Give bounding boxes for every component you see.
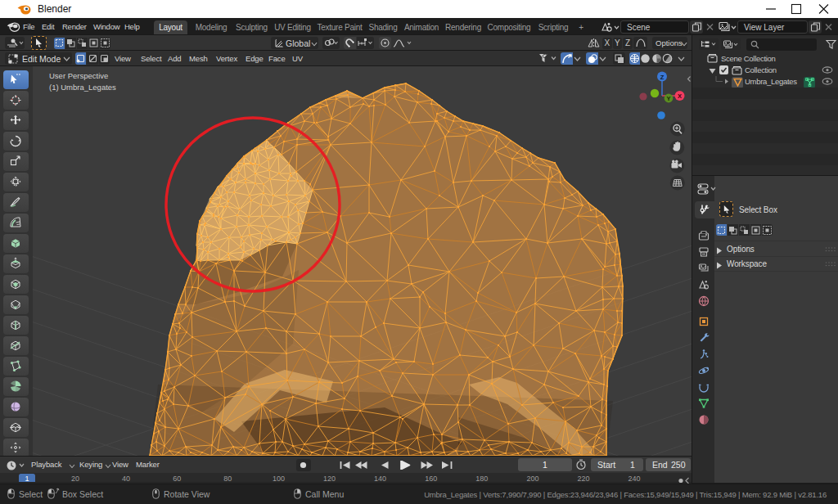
svg-text:Z: Z (660, 74, 665, 81)
svg-text:X: X (678, 92, 682, 100)
svg-text:Y: Y (666, 95, 670, 102)
